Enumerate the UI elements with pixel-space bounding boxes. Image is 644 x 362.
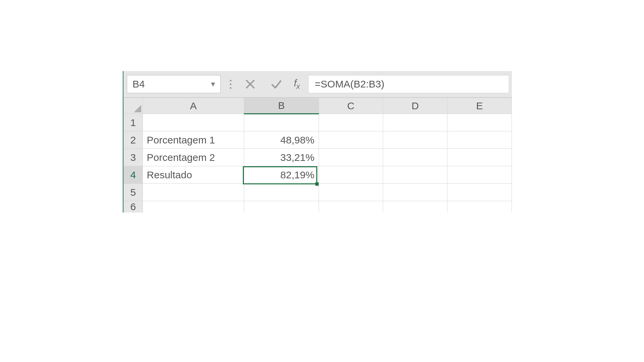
name-box[interactable]: B4 ▼ [127, 75, 221, 93]
row-header-4[interactable]: 4 [124, 166, 143, 184]
row-header-3[interactable]: 3 [124, 149, 143, 166]
cell-E6[interactable] [447, 201, 512, 213]
insert-function-button[interactable]: fx [292, 77, 302, 91]
fill-handle[interactable] [315, 182, 319, 186]
close-icon [244, 78, 257, 90]
cell-D5[interactable] [383, 184, 447, 201]
cell-B1[interactable] [244, 114, 319, 131]
cell-E5[interactable] [447, 184, 512, 201]
cell-C5[interactable] [319, 184, 383, 201]
formula-text: =SOMA(B2:B3) [315, 78, 384, 90]
cell-C2[interactable] [319, 131, 383, 149]
excel-window: B4 ▼ fx =SOMA(B2:B3) [123, 71, 512, 213]
row-header-6[interactable]: 6 [124, 201, 143, 213]
row-header-5[interactable]: 5 [124, 184, 143, 201]
select-all-corner[interactable] [124, 98, 143, 114]
expand-formula-bar-button[interactable] [227, 76, 234, 92]
cell-B3[interactable]: 33,21% [244, 149, 319, 166]
cell-E1[interactable] [447, 114, 512, 131]
row-3: 3 Porcentagem 2 33,21% [124, 149, 512, 166]
enter-button[interactable] [266, 76, 286, 93]
row-2: 2 Porcentagem 1 48,98% [124, 131, 512, 149]
row-4: 4 Resultado 82,19% [124, 166, 512, 184]
cell-D2[interactable] [383, 131, 447, 149]
formula-input[interactable]: =SOMA(B2:B3) [308, 75, 508, 93]
check-icon [270, 78, 283, 90]
cell-B2[interactable]: 48,98% [244, 131, 319, 149]
cell-A1[interactable] [143, 114, 244, 131]
cell-B5[interactable] [244, 184, 319, 201]
column-header-A[interactable]: A [143, 98, 244, 114]
row-header-1[interactable]: 1 [124, 114, 143, 131]
name-box-value: B4 [132, 78, 145, 90]
cell-D6[interactable] [383, 201, 447, 213]
cell-C6[interactable] [319, 201, 383, 213]
cell-B4[interactable]: 82,19% [244, 166, 319, 184]
column-header-B[interactable]: B [244, 98, 319, 114]
cell-D3[interactable] [383, 149, 447, 166]
cell-E3[interactable] [447, 149, 512, 166]
cell-E4[interactable] [447, 166, 512, 184]
formula-bar-row: B4 ▼ fx =SOMA(B2:B3) [123, 71, 512, 97]
cell-D1[interactable] [383, 114, 447, 131]
cell-C4[interactable] [319, 166, 383, 184]
cell-A3[interactable]: Porcentagem 2 [143, 149, 244, 166]
cell-E2[interactable] [447, 131, 512, 149]
column-header-row: A B C D E [124, 98, 512, 114]
cell-D4[interactable] [383, 166, 447, 184]
cell-C3[interactable] [319, 149, 383, 166]
row-6: 6 [124, 201, 512, 213]
column-header-D[interactable]: D [383, 98, 447, 114]
cell-A5[interactable] [143, 184, 244, 201]
cancel-button[interactable] [240, 76, 260, 93]
column-header-E[interactable]: E [447, 98, 512, 114]
cell-B6[interactable] [244, 201, 319, 213]
row-1: 1 [124, 114, 512, 131]
name-box-dropdown-icon[interactable]: ▼ [210, 80, 216, 88]
cell-A6[interactable] [143, 201, 244, 213]
cell-A2[interactable]: Porcentagem 1 [143, 131, 244, 149]
spreadsheet-grid[interactable]: A B C D E 1 [123, 97, 512, 213]
column-header-C[interactable]: C [319, 98, 383, 114]
cell-A4[interactable]: Resultado [143, 166, 244, 184]
row-header-2[interactable]: 2 [124, 131, 143, 149]
row-5: 5 [124, 184, 512, 201]
cell-C1[interactable] [319, 114, 383, 131]
